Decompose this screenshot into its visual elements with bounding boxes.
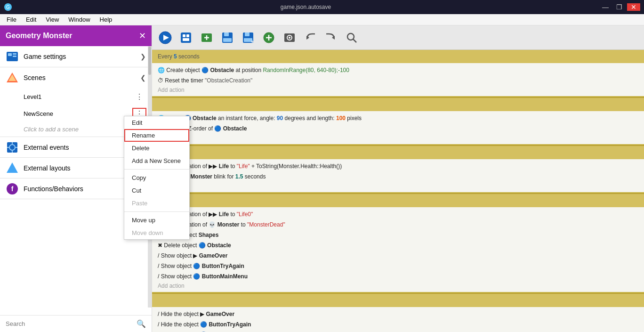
game-settings-header[interactable]: Game settings ❯ [0, 46, 152, 67]
event-actions-4: 🎬 Set animation of ▶▶ Life to "Life0" 🎬 … [152, 207, 644, 292]
event-actions-1: 🌐 Create object 🔵 Obstacle at position R… [152, 63, 644, 96]
app-icon: G [4, 3, 12, 11]
svg-rect-5 [13, 56, 16, 57]
event-action-3-2: 🔵 Make 😊 Monster blink for 1.5 seconds [158, 171, 638, 182]
svg-text:f: f [11, 185, 14, 193]
event-group-3: 🎬 Set animation of ▶▶ Life to "Life" + T… [152, 146, 644, 192]
event-action-2-2: 🖥 Do =4 to Z-order of 🔵 Obstacle [158, 123, 638, 134]
svg-rect-22 [183, 38, 189, 41]
sidebar-close-button[interactable]: ✕ [139, 31, 146, 41]
event-action-4-3: ✖ Delete object Shapes [158, 230, 638, 240]
context-menu-delete[interactable]: Delete [124, 142, 189, 154]
content-area: + [152, 25, 644, 332]
event-list: Every 5 seconds 🌐 Create object 🔵 Obstac… [152, 50, 644, 332]
menu-window[interactable]: Window [64, 15, 95, 24]
event-group-2: 🌐 Add to 🔵 Obstacle an instant force, an… [152, 98, 644, 144]
scenes-icon [6, 71, 19, 84]
svg-text:+: + [251, 39, 254, 44]
external-events-label: External events [24, 144, 69, 151]
svg-rect-28 [223, 38, 232, 42]
menu-help[interactable]: Help [95, 15, 117, 24]
event-group-1: Every 5 seconds 🌐 Create object 🔵 Obstac… [152, 50, 644, 96]
context-menu-copy[interactable]: Copy [124, 171, 189, 184]
scenes-label: Scenes [24, 74, 140, 81]
event-action-5-3: / Hide the object 🔵 ButtonMainMenu [158, 330, 638, 332]
functions-behaviors-label: Functions/Behaviors [24, 185, 83, 193]
event-action-4-2: 🎬 Set animation of 💀 Monster to "Monster… [158, 219, 638, 230]
sidebar-header: Geometry Monster ✕ [0, 25, 152, 46]
event-action-4-4: ✖ Delete object 🔵 Obstacle [158, 240, 638, 251]
context-menu-cut[interactable]: Cut [124, 184, 189, 197]
scene-item-level1-label: Level1 [24, 93, 133, 100]
svg-rect-27 [224, 32, 229, 36]
scene-item-level1-menu-button[interactable]: ⋮ [133, 91, 146, 102]
toolbar: + [152, 25, 644, 50]
game-settings-arrow: ❯ [140, 53, 146, 60]
menu-view[interactable]: View [41, 15, 64, 24]
svg-rect-20 [183, 34, 185, 37]
context-menu-divider-2 [124, 211, 189, 212]
add-action-3[interactable]: Add action [158, 182, 638, 190]
svg-rect-3 [8, 53, 12, 56]
menu-edit[interactable]: Edit [21, 15, 41, 24]
svg-rect-19 [181, 32, 191, 43]
add-event-button[interactable] [197, 28, 216, 47]
event-action-1-2: ⏱ Reset the timer "ObstacleCreation" [158, 75, 638, 86]
event-action-5-1: / Hide the object ▶ GameOver [158, 309, 638, 319]
event-actions-3: 🎬 Set animation of ▶▶ Life to "Life" + T… [152, 159, 644, 192]
scene-item-newscene-label: NewScene [24, 110, 133, 117]
event-action-3-1: 🎬 Set animation of ▶▶ Life to "Life" + T… [158, 161, 638, 171]
svg-rect-4 [13, 53, 16, 55]
undo-button[interactable] [301, 28, 320, 47]
play-button[interactable] [156, 28, 175, 47]
menu-bar: File Edit View Window Help [0, 14, 644, 25]
event-actions-2: 🌐 Add to 🔵 Obstacle an instant force, an… [152, 111, 644, 144]
event-condition-3 [152, 146, 644, 159]
game-settings-label: Game settings [24, 53, 140, 60]
redo-button[interactable] [322, 28, 340, 47]
svg-line-42 [353, 39, 356, 42]
event-group-4: 🎬 Set animation of ▶▶ Life to "Life0" 🎬 … [152, 194, 644, 292]
sidebar-scrollbar-thumb[interactable] [148, 47, 151, 75]
debug-button[interactable] [177, 28, 195, 47]
svg-text:G: G [6, 5, 10, 10]
main-layout: Geometry Monster ✕ Game settings ❯ [0, 25, 644, 332]
scene-item-level1[interactable]: Level1 ⋮ [0, 88, 152, 105]
context-menu-rename[interactable]: Rename [124, 129, 189, 142]
svg-rect-30 [245, 32, 250, 36]
window-title: game.json.autosave [12, 4, 599, 10]
screenshot-button[interactable] [280, 28, 299, 47]
context-menu-move-up[interactable]: Move up [124, 214, 189, 227]
functions-behaviors-icon: f [6, 182, 19, 195]
context-menu-add-new-scene[interactable]: Add a New Scene [124, 154, 189, 167]
scenes-header[interactable]: Scenes ❮ [0, 67, 152, 88]
close-button[interactable]: ✕ [627, 3, 640, 11]
maximize-button[interactable]: ❐ [613, 3, 625, 11]
context-menu-edit[interactable]: Edit [124, 116, 189, 129]
external-events-icon [6, 141, 19, 154]
title-bar: G game.json.autosave — ❐ ✕ [0, 0, 644, 14]
external-layouts-icon [6, 162, 19, 175]
search-icon: 🔍 [137, 319, 146, 328]
event-action-5-2: / Hide the object 🔵 ButtonTryAgain [158, 319, 638, 330]
search-box: 🔍 [0, 316, 152, 332]
search-button[interactable] [342, 28, 361, 47]
add-action-2[interactable]: Add action [158, 134, 638, 142]
svg-point-38 [289, 37, 290, 39]
context-menu: Edit Rename Delete Add a New Scene Copy … [124, 116, 190, 240]
event-action-4-5: / Show object ▶ GameOver [158, 251, 638, 261]
minimize-button[interactable]: — [599, 3, 612, 11]
context-menu-divider-1 [124, 169, 189, 170]
event-condition-2 [152, 98, 644, 111]
add-action-4[interactable]: Add action [158, 282, 638, 290]
event-action-4-7: / Show object 🔵 ButtonMainMenu [158, 271, 638, 282]
event-action-4-1: 🎬 Set animation of ▶▶ Life to "Life0" [158, 209, 638, 219]
add-object-button[interactable] [259, 28, 278, 47]
add-action-1[interactable]: Add action [158, 86, 638, 94]
save-button[interactable] [218, 28, 237, 47]
menu-file[interactable]: File [2, 15, 21, 24]
save-as-button[interactable]: + [239, 28, 258, 47]
search-input[interactable] [6, 320, 137, 327]
sidebar: Geometry Monster ✕ Game settings ❯ [0, 25, 152, 332]
event-condition-1: Every 5 seconds [152, 50, 644, 63]
